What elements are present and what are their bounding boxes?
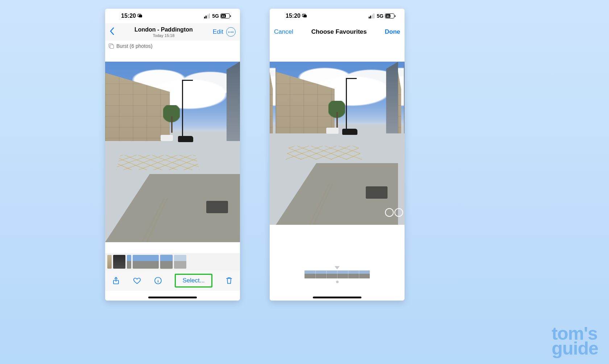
signal-bars-icon: [204, 13, 210, 18]
thumbnail-strip[interactable]: [105, 253, 240, 270]
thumb-current[interactable]: [160, 255, 173, 269]
thumb[interactable]: [127, 255, 131, 269]
select-circle-icon[interactable]: [385, 208, 394, 217]
edit-button[interactable]: Edit: [213, 28, 223, 36]
filmstrip-thumb[interactable]: [348, 270, 359, 278]
dual-sim-icon: [137, 13, 142, 19]
dual-sim-icon: [302, 13, 307, 19]
svg-rect-1: [139, 15, 142, 17]
svg-rect-7: [303, 15, 307, 17]
status-bar: 15:20 5G 61: [270, 9, 405, 23]
phone-screenshot-right: 15:20 5G 61 Cancel Choose Favourites Don…: [270, 9, 405, 301]
select-button[interactable]: Select...: [175, 274, 212, 288]
status-time: 15:20: [286, 13, 301, 19]
status-time: 15:20: [121, 13, 136, 19]
delete-button[interactable]: [225, 276, 233, 285]
caret-down-icon: [335, 266, 340, 269]
phone-screenshot-left: 15:20 5G 61 London - Paddington Today 15…: [105, 9, 240, 301]
nav-title: London - Paddington: [115, 26, 213, 33]
filmstrip-thumb[interactable]: [359, 270, 370, 278]
thumb[interactable]: [113, 255, 125, 269]
nav-bar: Cancel Choose Favourites Done: [270, 23, 405, 41]
photo-main: [105, 62, 240, 242]
favourite-button[interactable]: [133, 276, 141, 285]
favourites-carousel[interactable]: [270, 41, 405, 246]
nav-title: Choose Favourites: [293, 28, 385, 36]
watermark-line: guide: [552, 341, 598, 356]
signal-bars-icon: [369, 13, 375, 18]
battery-icon: 61: [385, 13, 394, 18]
thumb[interactable]: [174, 255, 186, 269]
filmstrip-dot-indicator: [336, 281, 339, 283]
burst-label: Burst (6 photos): [116, 43, 153, 49]
info-button[interactable]: [154, 276, 162, 285]
filmstrip[interactable]: [304, 270, 370, 278]
burst-thumb-cluster[interactable]: [133, 255, 159, 269]
filmstrip-thumb[interactable]: [315, 270, 326, 278]
carousel-next-peek[interactable]: [398, 62, 405, 225]
nav-title-block: London - Paddington Today 15:18: [115, 26, 213, 38]
cancel-button[interactable]: Cancel: [274, 28, 293, 36]
back-button[interactable]: [109, 27, 115, 37]
filmstrip-area: [270, 246, 405, 283]
battery-icon: 61: [220, 13, 230, 18]
share-button[interactable]: [112, 276, 120, 285]
filmstrip-thumb[interactable]: [304, 270, 315, 278]
select-circle-icon[interactable]: [394, 208, 403, 217]
more-button[interactable]: [226, 27, 236, 37]
network-label: 5G: [377, 13, 384, 19]
burst-stack-icon: [109, 44, 114, 49]
nav-subtitle: Today 15:18: [115, 33, 213, 38]
thumb[interactable]: [107, 255, 112, 269]
burst-info-row[interactable]: Burst (6 photos): [105, 41, 240, 51]
photo-viewer[interactable]: [105, 51, 240, 253]
home-indicator[interactable]: [313, 297, 361, 298]
filmstrip-thumb[interactable]: [337, 270, 348, 278]
nav-bar: London - Paddington Today 15:18 Edit: [105, 23, 240, 41]
home-indicator[interactable]: [148, 297, 197, 298]
carousel-prev-peek[interactable]: [270, 62, 276, 225]
bottom-toolbar: Select...: [105, 270, 240, 291]
done-button[interactable]: Done: [385, 28, 401, 36]
network-label: 5G: [212, 13, 219, 19]
status-bar: 15:20 5G 61: [105, 9, 240, 23]
watermark-logo: tom's guide: [552, 326, 598, 356]
carousel-photo[interactable]: [276, 62, 398, 225]
filmstrip-thumb[interactable]: [326, 270, 337, 278]
svg-point-5: [158, 279, 158, 279]
